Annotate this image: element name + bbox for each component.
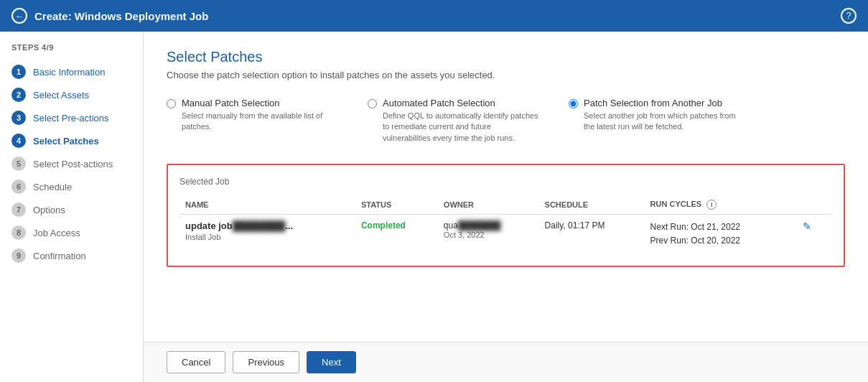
sidebar-item-options[interactable]: 7 Options: [0, 198, 143, 221]
sidebar-item-select-post-actions[interactable]: 5 Select Post-actions: [0, 152, 143, 175]
sidebar-item-schedule[interactable]: 6 Schedule: [0, 175, 143, 198]
radio-option-automated[interactable]: Automated Patch Selection Define QQL to …: [368, 98, 540, 144]
step-label-5: Select Post-actions: [33, 159, 113, 169]
step-number-5: 5: [11, 157, 26, 171]
step-label-8: Job Access: [33, 228, 80, 238]
job-owner-text: qua: [444, 220, 458, 230]
app-header: ← Create: Windows Deployment Job ?: [0, 0, 868, 32]
radio-automated[interactable]: [368, 99, 377, 108]
col-name: NAME: [179, 195, 355, 215]
job-edit-cell: ✎: [794, 215, 832, 254]
step-number-7: 7: [11, 202, 26, 217]
footer: Cancel Previous Next: [144, 342, 868, 382]
step-label-7: Options: [33, 205, 65, 215]
radio-from-job[interactable]: [569, 99, 578, 108]
step-label-3: Select Pre-actions: [33, 113, 109, 124]
sidebar-item-select-patches[interactable]: 4 Select Patches: [0, 129, 143, 152]
back-icon: ←: [15, 11, 24, 22]
step-label-2: Select Assets: [33, 90, 89, 101]
step-label-4: Select Patches: [33, 136, 99, 146]
sidebar-item-confirmation[interactable]: 9 Confirmation: [0, 244, 143, 267]
sidebar-item-basic-information[interactable]: 1 Basic Information: [0, 60, 143, 83]
job-schedule-cell: Daily, 01:17 PM: [539, 215, 645, 254]
col-owner: OWNER: [438, 195, 539, 215]
help-icon: ?: [846, 11, 851, 21]
step-number-1: 1: [11, 65, 26, 79]
run-cycles-info-icon: i: [706, 200, 717, 210]
edit-icon[interactable]: ✎: [800, 218, 814, 235]
col-actions: [794, 195, 832, 215]
sidebar-item-select-pre-actions[interactable]: 3 Select Pre-actions: [0, 106, 143, 129]
step-number-4: 4: [11, 134, 26, 148]
col-schedule: SCHEDULE: [539, 195, 645, 215]
cancel-button[interactable]: Cancel: [167, 351, 225, 373]
patch-selection-options: Manual Patch Selection Select manually f…: [167, 98, 845, 144]
job-name: update job████████...: [185, 220, 350, 231]
job-status-cell: Completed: [355, 215, 438, 254]
step-number-9: 9: [11, 248, 26, 263]
sidebar-item-job-access[interactable]: 8 Job Access: [0, 221, 143, 244]
job-owner-cell: qua███████ Oct 3, 2022: [438, 215, 539, 254]
job-run-cycles-cell: Next Run: Oct 21, 2022 Prev Run: Oct 20,…: [645, 215, 794, 254]
job-next-run: Next Run: Oct 21, 2022: [650, 220, 788, 234]
job-owner-blurred: ███████: [458, 220, 501, 230]
job-status: Completed: [361, 220, 406, 230]
radio-automated-desc: Define QQL to automatically identify pat…: [383, 111, 540, 144]
previous-button[interactable]: Previous: [233, 351, 299, 373]
radio-manual-desc: Select manually from the available list …: [182, 111, 339, 133]
help-button[interactable]: ?: [841, 8, 857, 24]
step-number-2: 2: [11, 88, 26, 102]
radio-manual-label: Manual Patch Selection: [182, 98, 339, 108]
radio-from-job-label: Patch Selection from Another Job: [584, 98, 741, 108]
steps-label: STEPS 4/9: [0, 43, 143, 60]
title-prefix: Create:: [34, 10, 75, 22]
table-row: update job████████... Install Job Comple…: [179, 215, 832, 254]
job-name-blurred: ████████: [233, 220, 286, 231]
radio-option-manual[interactable]: Manual Patch Selection Select manually f…: [167, 98, 339, 144]
step-number-6: 6: [11, 180, 26, 194]
main-content: Select Patches Choose the patch selectio…: [144, 32, 868, 382]
job-table: NAME STATUS OWNER SCHEDULE RUN CYCLES i: [179, 195, 832, 253]
job-type: Install Job: [185, 233, 350, 241]
radio-from-job-desc: Select another job from which patches fr…: [584, 111, 741, 133]
step-number-8: 8: [11, 225, 26, 240]
job-name-text: update job: [185, 220, 233, 231]
radio-automated-label: Automated Patch Selection: [383, 98, 540, 108]
sidebar-item-select-assets[interactable]: 2 Select Assets: [0, 83, 143, 106]
job-prev-run: Prev Run: Oct 20, 2022: [650, 234, 788, 248]
title-main: Windows Deployment Job: [75, 10, 209, 22]
col-run-cycles: RUN CYCLES i: [645, 195, 794, 215]
job-owner-date: Oct 3, 2022: [444, 230, 533, 239]
back-button[interactable]: ←: [11, 8, 27, 24]
job-name-suffix: ...: [285, 220, 293, 231]
page-title: Create: Windows Deployment Job: [34, 10, 208, 22]
job-name-cell: update job████████... Install Job: [179, 215, 355, 254]
step-label-9: Confirmation: [33, 251, 86, 261]
sidebar: STEPS 4/9 1 Basic Information 2 Select A…: [0, 32, 144, 382]
col-status: STATUS: [355, 195, 438, 215]
selected-job-panel: Selected Job NAME STATUS OWNER SCHEDULE …: [167, 164, 845, 266]
job-schedule: Daily, 01:17 PM: [545, 220, 605, 230]
step-label-1: Basic Information: [33, 67, 105, 78]
step-label-6: Schedule: [33, 182, 72, 192]
step-number-3: 3: [11, 111, 26, 125]
radio-option-from-job[interactable]: Patch Selection from Another Job Select …: [569, 98, 741, 144]
next-button[interactable]: Next: [307, 351, 356, 373]
content-title: Select Patches: [167, 49, 845, 65]
radio-manual[interactable]: [167, 99, 176, 108]
job-owner: qua███████: [444, 220, 533, 230]
content-subtitle: Choose the patch selection option to ins…: [167, 70, 845, 80]
panel-title: Selected Job: [179, 177, 832, 187]
